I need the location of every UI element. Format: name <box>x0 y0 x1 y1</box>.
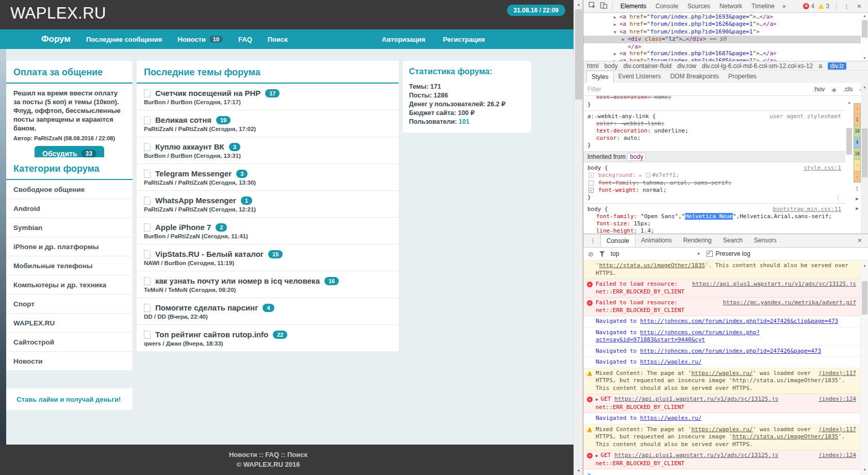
styles-inner-scrollbar[interactable]: ▲ <box>845 98 853 231</box>
message-link[interactable]: https://api.plus1.wapstart.ru/v1/ads/sc/… <box>614 396 778 402</box>
tab-sources[interactable]: Sources <box>683 3 715 10</box>
footer-links-line[interactable]: Новости :: FAQ :: Поиск <box>0 450 536 460</box>
nav-item-Регистрация[interactable]: Регистрация <box>443 36 485 43</box>
style-property[interactable]: cursor: auto; <box>587 135 841 142</box>
message-link[interactable]: https://waplex.ru/ <box>691 426 752 433</box>
message-source-link[interactable]: (index):124 <box>818 396 856 403</box>
message-source-link[interactable]: (index):117 <box>818 370 856 378</box>
tree-row[interactable]: </a> <box>583 43 868 50</box>
console-warning-badge[interactable]: 3 <box>818 3 829 10</box>
inherited-node-link[interactable]: body <box>627 153 646 161</box>
devtools-menu-icon[interactable]: ⋮ <box>840 3 854 10</box>
breadcrumb-item[interactable]: html <box>587 62 599 70</box>
tree-row[interactable]: ▶<a href="forum/index.php?id=1693&page="… <box>583 13 868 21</box>
stat-value-link[interactable]: 101 <box>458 118 469 125</box>
tree-collapsed-arrow-icon[interactable]: ▶ <box>614 14 619 21</box>
console-scroll-down-icon[interactable]: ▼ <box>861 466 868 474</box>
tree-row[interactable]: ▶<a href="forum/index.php?id=1626&page=1… <box>583 21 868 28</box>
console-tab-search[interactable]: Search <box>717 234 748 247</box>
topic-title-link[interactable]: VipStats.RU - Белый каталог <box>155 250 264 258</box>
rule-menu-icon[interactable]: ⋮ <box>835 194 841 201</box>
add-class-button[interactable]: .cls <box>843 86 853 93</box>
tree-collapsed-arrow-icon[interactable]: ▶ <box>614 51 619 57</box>
category-item[interactable]: Мобильные телефоны <box>6 256 133 275</box>
scroll-down-arrow-icon[interactable]: ▼ <box>574 466 583 475</box>
tree-collapsed-arrow-icon[interactable]: ▶ <box>614 21 619 28</box>
property-checkbox[interactable]: ✓ <box>588 173 594 178</box>
topic-title-link[interactable]: как узнать почту или номер в icq человек… <box>155 276 320 285</box>
style-property[interactable]: text-decoration: none; <box>587 96 841 101</box>
page-scrollbar-thumb[interactable] <box>575 9 582 100</box>
nav-item-Авторизация[interactable]: Авторизация <box>382 36 425 43</box>
rule-origin-link[interactable]: bootstrap.min.css:11 <box>773 206 841 213</box>
clear-console-icon[interactable]: ⊘ <box>588 250 594 258</box>
style-property[interactable]: color: -webkit-link; <box>587 120 841 127</box>
page-scrollbar[interactable]: ▲ ▼ <box>574 0 583 475</box>
console-prompt[interactable]: > <box>583 469 860 475</box>
breadcrumb-item[interactable]: a <box>818 62 822 70</box>
style-property[interactable]: font-size: 15px; <box>587 220 841 227</box>
elements-scroll-down-icon[interactable]: ▼ <box>861 56 868 60</box>
tree-row[interactable]: ▶<a href="forum/index.php?id=1685&page=1… <box>583 57 868 61</box>
breadcrumb-item[interactable]: div.row <box>677 62 696 70</box>
expand-arrow-icon[interactable]: ▶ <box>596 453 598 458</box>
topic-title-link[interactable]: Счетчик посещений на PHP <box>155 89 260 97</box>
tree-row[interactable]: ▼<a href="forum/index.php?id=1690&page=1… <box>583 28 868 36</box>
topic-title-link[interactable]: Топ рейтинг сайтов rutop.info <box>155 330 268 339</box>
category-item[interactable]: Сайтострой <box>6 332 133 351</box>
category-item[interactable]: Symbian <box>6 218 133 237</box>
message-link[interactable]: https://waplex.ru/ <box>640 415 701 421</box>
category-item[interactable]: iPhone и др. платформы <box>6 237 133 256</box>
element-state-icon[interactable]: ◈ <box>831 86 837 93</box>
execution-context-select[interactable]: top ▼ <box>611 250 701 257</box>
topic-title-link[interactable]: Apple iPhone 7 <box>155 223 211 232</box>
message-link[interactable]: https://api.plus1.wapstart.ru/v1/ads/sc/… <box>614 452 778 458</box>
message-link[interactable]: https://waplex.ru/ <box>640 358 701 365</box>
inspect-element-icon[interactable] <box>586 2 598 11</box>
category-item[interactable]: Компьютеры и др. техника <box>6 275 133 294</box>
category-item[interactable]: Спорт <box>6 294 133 313</box>
topic-title-link[interactable]: Telegram Messenger <box>155 169 232 178</box>
topic-title-link[interactable]: Куплю аккаунт ВК <box>155 142 224 151</box>
styles-tab-event-listeners[interactable]: Event Listeners <box>614 71 666 83</box>
style-property[interactable]: line-height: 1.4; <box>587 227 841 234</box>
breadcrumb-item[interactable]: div.lz <box>828 62 846 70</box>
tab-console[interactable]: Console <box>651 3 683 10</box>
filter-funnel-icon[interactable] <box>599 251 605 257</box>
tab-elements[interactable]: Elements <box>616 3 651 10</box>
site-logo[interactable]: WAPLEX.RU <box>10 4 106 23</box>
styles-tab-properties[interactable]: Properties <box>724 71 761 83</box>
message-source-link[interactable]: (index):117 <box>818 426 856 434</box>
message-link[interactable]: http://johncms.com/forum/index.php?id=24… <box>640 318 838 324</box>
tree-expanded-arrow-icon[interactable]: ▼ <box>614 29 619 36</box>
message-link[interactable]: http://stata.us/imageOther/1835 <box>599 262 705 269</box>
style-property[interactable]: ✓background: ▶ #e7eff1; <box>587 172 841 179</box>
style-property[interactable]: font-family: tahoma, arial, sans-serif; <box>587 179 841 187</box>
tree-row[interactable]: ···▶<div class="lz">…</div> == $0 <box>583 36 868 43</box>
scroll-up-arrow-icon[interactable]: ▲ <box>574 0 583 9</box>
drawer-close-icon[interactable]: × <box>854 234 866 247</box>
message-link[interactable]: http://johncms.com/forum/index.php?id=24… <box>640 348 821 354</box>
color-swatch[interactable] <box>646 173 650 177</box>
topic-title-link[interactable]: Великая сотня <box>155 116 211 124</box>
property-checkbox[interactable] <box>588 181 594 186</box>
styles-filter-input[interactable]: Filter <box>587 86 807 93</box>
drawer-menu-icon[interactable]: ⋮ <box>585 234 600 247</box>
category-item[interactable]: WAPLEX.RU <box>6 313 133 332</box>
category-item[interactable]: Новости <box>6 351 133 370</box>
nav-item-Последние сообщения[interactable]: Последние сообщения <box>86 36 162 43</box>
toggle-hover-state-button[interactable]: :hov <box>813 86 825 93</box>
style-property[interactable]: text-decoration: underline; <box>587 127 841 135</box>
breadcrumb-item[interactable]: div.container-fluid <box>624 62 672 70</box>
elements-scroll-up-icon[interactable]: ▲ <box>861 14 868 18</box>
console-tab-sensors[interactable]: Sensors <box>748 234 782 247</box>
devtools-close-icon[interactable]: × <box>854 2 865 10</box>
elements-scrollbar[interactable]: ▲ ▼ <box>861 13 868 61</box>
console-scroll-up-icon[interactable]: ▲ <box>861 262 868 270</box>
message-link[interactable]: http://stata.us/imageOther/1835 <box>732 433 838 440</box>
message-source-link[interactable]: https://mc.yandex.ru/metrika/advert.gif <box>723 299 856 307</box>
sidebar-scroll-thumb[interactable] <box>862 128 867 177</box>
style-property[interactable]: ✓font-weight: normal; <box>587 187 841 194</box>
console-scrollbar[interactable]: ▲ ▼ <box>860 260 868 475</box>
category-item[interactable]: Свободное общение <box>6 180 133 199</box>
